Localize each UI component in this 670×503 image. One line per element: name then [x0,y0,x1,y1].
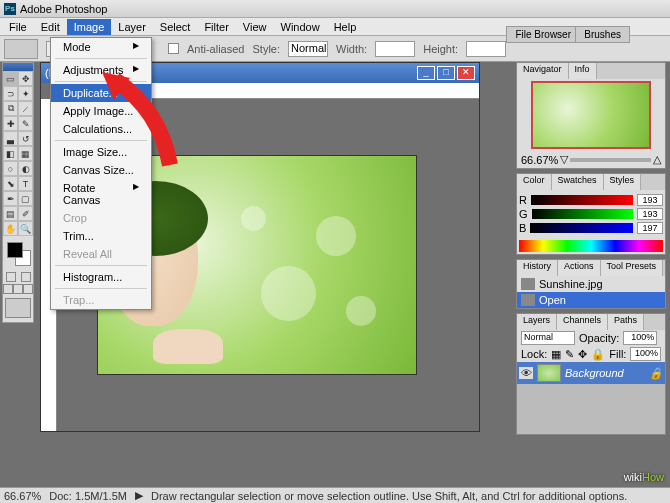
history-state-open[interactable]: Open [517,292,665,308]
menu-duplicate[interactable]: Duplicate... [51,84,151,102]
gradient-tool[interactable]: ▦ [18,146,33,161]
opacity-input[interactable]: 100% [623,331,657,345]
menu-adjustments[interactable]: Adjustments▶ [51,61,151,79]
width-input[interactable] [375,41,415,57]
tool-preset-picker[interactable] [4,39,38,59]
swatches-tab[interactable]: Swatches [552,174,604,190]
menu-calculations[interactable]: Calculations... [51,120,151,138]
path-tool[interactable]: ⬊ [3,176,18,191]
zoom-in-icon[interactable]: △ [653,153,661,166]
layers-tab[interactable]: Layers [517,314,557,330]
lock-all-icon[interactable]: 🔒 [591,348,605,361]
lock-position-icon[interactable]: ✥ [578,348,587,361]
type-tool[interactable]: T [18,176,33,191]
info-tab[interactable]: Info [569,63,597,79]
screen-full-menu[interactable] [13,284,23,294]
navigator-thumbnail[interactable] [531,81,651,149]
antialiased-checkbox[interactable] [168,43,179,54]
menu-canvas-size[interactable]: Canvas Size... [51,161,151,179]
history-snapshot[interactable]: Sunshine.jpg [517,276,665,292]
pen-tool[interactable]: ✒ [3,191,18,206]
eyedropper-tool[interactable]: ✐ [18,206,33,221]
b-value[interactable]: 197 [637,222,663,234]
eraser-tool[interactable]: ◧ [3,146,18,161]
foreground-color[interactable] [7,242,23,258]
quickmask-on[interactable] [21,272,31,282]
status-doc[interactable]: Doc: 1.5M/1.5M [49,490,127,502]
wand-tool[interactable]: ✦ [18,86,33,101]
g-slider[interactable] [532,209,633,219]
toolbox-header[interactable] [3,63,33,71]
menu-filter[interactable]: Filter [197,19,235,35]
slice-tool[interactable]: ⟋ [18,101,33,116]
zoom-slider[interactable] [570,158,651,162]
layer-background[interactable]: 👁 Background 🔒 [517,362,665,384]
color-spectrum[interactable] [519,240,663,252]
maximize-button[interactable]: □ [437,66,455,80]
notes-tool[interactable]: ▤ [3,206,18,221]
zoom-out-icon[interactable]: ▽ [560,153,568,166]
menu-file[interactable]: File [2,19,34,35]
blur-tool[interactable]: ○ [3,161,18,176]
history-brush-tool[interactable]: ↺ [18,131,33,146]
zoom-tool[interactable]: 🔍 [18,221,33,236]
styles-tab[interactable]: Styles [604,174,642,190]
shape-tool[interactable]: ▢ [18,191,33,206]
g-value[interactable]: 193 [637,208,663,220]
menu-mode[interactable]: Mode▶ [51,38,151,56]
menu-layer[interactable]: Layer [111,19,153,35]
r-slider[interactable] [531,195,633,205]
heal-tool[interactable]: ✚ [3,116,18,131]
lock-transparent-icon[interactable]: ▦ [551,348,561,361]
menu-help[interactable]: Help [327,19,364,35]
tab-file-browser[interactable]: File Browser [506,26,580,43]
hand-tool[interactable]: ✋ [3,221,18,236]
channels-tab[interactable]: Channels [557,314,608,330]
menu-trim[interactable]: Trim... [51,227,151,245]
status-bar: 66.67% Doc: 1.5M/1.5M ▶ Draw rectangular… [0,487,670,503]
menu-image-size[interactable]: Image Size... [51,143,151,161]
jump-to-imageready[interactable] [5,298,31,318]
fill-input[interactable]: 100% [630,347,661,361]
r-value[interactable]: 193 [637,194,663,206]
quickmask-off[interactable] [6,272,16,282]
move-tool[interactable]: ✥ [18,71,33,86]
menu-histogram[interactable]: Histogram... [51,268,151,286]
navigator-zoom-value[interactable]: 66.67% [521,154,558,166]
color-tab[interactable]: Color [517,174,552,190]
status-zoom[interactable]: 66.67% [4,490,41,502]
screen-full[interactable] [23,284,33,294]
toolpresets-tab[interactable]: Tool Presets [601,260,664,276]
height-input[interactable] [466,41,506,57]
screen-standard[interactable] [3,284,13,294]
menu-image[interactable]: Image [67,19,112,35]
stamp-tool[interactable]: ▃ [3,131,18,146]
lasso-tool[interactable]: ⊃ [3,86,18,101]
layer-thumbnail[interactable] [537,364,561,382]
brush-tool[interactable]: ✎ [18,116,33,131]
visibility-icon[interactable]: 👁 [519,367,533,379]
b-slider[interactable] [530,223,633,233]
minimize-button[interactable]: _ [417,66,435,80]
menu-rotate-canvas[interactable]: Rotate Canvas▶ [51,179,151,209]
paths-tab[interactable]: Paths [608,314,644,330]
close-button[interactable]: ✕ [457,66,475,80]
marquee-tool[interactable]: ▭ [3,71,18,86]
menu-select[interactable]: Select [153,19,198,35]
history-tab[interactable]: History [517,260,558,276]
navigator-tab[interactable]: Navigator [517,63,569,79]
menu-apply-image[interactable]: Apply Image... [51,102,151,120]
blend-mode-select[interactable]: Normal [521,331,575,345]
menu-window[interactable]: Window [274,19,327,35]
style-select[interactable]: Normal [288,41,328,57]
status-hint: Draw rectangular selection or move selec… [151,490,627,502]
lock-pixels-icon[interactable]: ✎ [565,348,574,361]
menu-view[interactable]: View [236,19,274,35]
crop-tool[interactable]: ⧉ [3,101,18,116]
actions-tab[interactable]: Actions [558,260,601,276]
layer-name: Background [565,367,624,379]
color-swatches[interactable] [5,240,31,268]
menu-edit[interactable]: Edit [34,19,67,35]
tab-brushes[interactable]: Brushes [575,26,630,43]
dodge-tool[interactable]: ◐ [18,161,33,176]
